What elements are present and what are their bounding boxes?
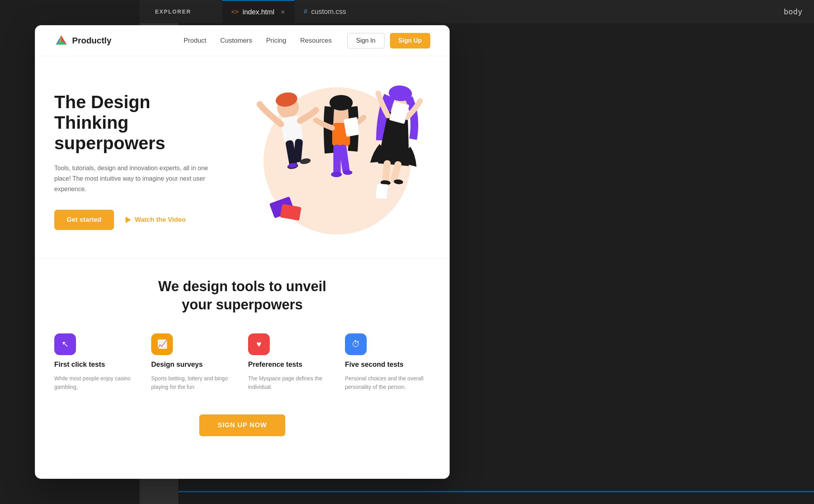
svg-point-17 xyxy=(343,170,352,175)
feature-five-second: ⏱ Five second tests Personal choices and… xyxy=(345,333,430,392)
feature-design-surveys: 📈 Design surveys Sports betting, lottery… xyxy=(151,333,236,392)
hero-actions: Get started Watch the Video xyxy=(54,210,225,230)
play-icon xyxy=(126,217,131,223)
cursor-position: body xyxy=(784,7,802,16)
svg-rect-28 xyxy=(375,184,388,199)
tab-label-css: custom.css xyxy=(311,8,346,16)
css-icon: # xyxy=(304,8,307,15)
cursor-icon: ↖ xyxy=(62,339,69,349)
design-surveys-name: Design surveys xyxy=(151,361,236,369)
html-icon: <> xyxy=(231,9,239,16)
design-surveys-desc: Sports betting, lottery and bingo playin… xyxy=(151,374,236,392)
hero-description: Tools, tutorials, design and innovation … xyxy=(54,163,225,195)
features-grid: ↖ First click tests While most people en… xyxy=(54,333,430,392)
first-click-desc: While most people enjoy casino gambling, xyxy=(54,374,140,392)
svg-rect-27 xyxy=(280,204,301,221)
signin-button[interactable]: Sign In xyxy=(347,33,385,48)
signup-button[interactable]: Sign Up xyxy=(390,33,430,48)
watch-video-label: Watch the Video xyxy=(135,216,186,224)
nav-customers[interactable]: Customers xyxy=(220,37,252,45)
site-navbar: Productly Product Customers Pricing Reso… xyxy=(35,25,450,56)
svg-point-16 xyxy=(331,172,342,177)
explorer-label: EXPLORER xyxy=(147,9,199,15)
logo-icon xyxy=(54,34,68,48)
watch-video-link[interactable]: Watch the Video xyxy=(126,216,186,224)
signup-section: SIGN UP NOW xyxy=(35,403,450,448)
features-title: We design tools to unveilyour superpower… xyxy=(54,278,430,314)
chart-icon: 📈 xyxy=(157,339,167,349)
tab-close-html[interactable]: ✕ xyxy=(281,9,285,15)
get-started-button[interactable]: Get started xyxy=(54,210,114,230)
nav-buttons: Sign In Sign Up xyxy=(347,33,430,48)
timer-icon: ⏱ xyxy=(352,339,360,349)
five-second-name: Five second tests xyxy=(345,361,430,369)
site-nav-links: Product Customers Pricing Resources xyxy=(184,37,332,45)
site-logo[interactable]: Productly xyxy=(54,34,111,48)
hero-content: The Design Thinking superpowers Tools, t… xyxy=(54,92,240,230)
five-second-desc: Personal choices and the overall persona… xyxy=(345,374,430,392)
tab-index-html[interactable]: <> index.html ✕ xyxy=(222,0,295,23)
browser-window: Productly Product Customers Pricing Reso… xyxy=(35,25,450,479)
tab-bar: EXPLORER <> index.html ✕ # custom.css bo… xyxy=(140,0,814,23)
hero-illustration xyxy=(240,79,434,242)
preference-tests-name: Preference tests xyxy=(248,361,333,369)
logo-text: Productly xyxy=(72,36,111,46)
signup-now-button[interactable]: SIGN UP NOW xyxy=(199,414,286,436)
preference-tests-desc: The Myspace page defines the individual. xyxy=(248,374,333,392)
svg-point-12 xyxy=(329,95,353,110)
hero-section: The Design Thinking superpowers Tools, t… xyxy=(35,56,450,258)
svg-rect-7 xyxy=(293,139,303,163)
hero-title: The Design Thinking superpowers xyxy=(54,92,225,154)
first-click-icon-box: ↖ xyxy=(54,333,76,355)
feature-preference-tests: ♥ Preference tests The Myspace page defi… xyxy=(248,333,333,392)
nav-resources[interactable]: Resources xyxy=(300,37,331,45)
tab-label-html: index.html xyxy=(243,8,274,16)
svg-rect-25 xyxy=(343,117,360,136)
features-section: We design tools to unveilyour superpower… xyxy=(35,258,450,403)
first-click-name: First click tests xyxy=(54,361,140,369)
tab-custom-css[interactable]: # custom.css xyxy=(295,0,355,23)
preference-tests-icon-box: ♥ xyxy=(248,333,270,355)
five-second-icon-box: ⏱ xyxy=(345,333,367,355)
hero-illustration-svg xyxy=(240,79,434,242)
feature-first-click: ↖ First click tests While most people en… xyxy=(54,333,140,392)
design-surveys-icon-box: 📈 xyxy=(151,333,173,355)
heart-icon: ♥ xyxy=(256,339,261,349)
nav-product[interactable]: Product xyxy=(184,37,207,45)
nav-pricing[interactable]: Pricing xyxy=(266,37,286,45)
